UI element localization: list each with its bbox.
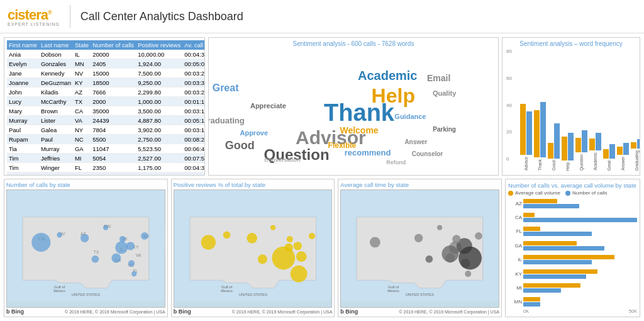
hbar-state-label: GA	[508, 243, 522, 249]
hbar-bars	[523, 297, 637, 307]
table-total-cell: 156765	[91, 172, 136, 176]
bar-pair	[631, 139, 640, 149]
wordcloud-word: Great	[213, 82, 239, 94]
col-calls: Number of calls	[91, 40, 136, 50]
table-cell: 5,523.50	[136, 144, 182, 154]
bar-label: Advisor	[524, 157, 528, 171]
table-cell: DeGuzman	[39, 78, 73, 87]
table-cell: Paul	[7, 125, 39, 135]
legend-label: Average call volume	[515, 190, 560, 196]
bar-yellow	[548, 143, 553, 159]
table-cell: Paul	[39, 135, 73, 144]
bar-blue	[582, 130, 587, 152]
bubble2-mi	[286, 236, 292, 242]
table-cell: 1,175.00	[136, 163, 182, 172]
table-cell: John	[7, 87, 39, 97]
hbar-bars	[523, 227, 637, 236]
sentiment-title: Sentiment analysis – word frequency	[505, 40, 637, 47]
hbar-yellow	[523, 283, 580, 288]
table-cell: MI	[73, 154, 91, 163]
bubble-tx	[92, 256, 99, 263]
table-cell: 11047	[91, 144, 136, 154]
bar-blue	[568, 133, 574, 160]
bar-blue	[540, 102, 546, 157]
table-cell: 7666	[91, 87, 136, 97]
bing-logo-3: b Bing	[340, 308, 358, 315]
bar-group: Advisor	[520, 104, 532, 171]
bubble3-nc2	[442, 245, 459, 262]
wordcloud-section: Sentiment analysis - 600 calls - 7628 wo…	[208, 37, 499, 176]
bubble3-tx	[426, 256, 433, 263]
table-cell: KY	[73, 78, 91, 87]
table-cell: Lucy	[7, 97, 39, 106]
us-outline	[23, 217, 149, 288]
table-cell: CA	[73, 106, 91, 116]
wordcloud-word: Guidance	[394, 113, 426, 120]
table-row: PaulGaleaNY78043,902.0000:03:15.002018Qt…	[7, 125, 205, 135]
wordcloud-word: Graduating	[208, 116, 245, 125]
bubble2-az	[247, 233, 257, 244]
table-cell: 00:01:13.00	[182, 97, 205, 106]
wordcloud-word: Parking	[433, 126, 456, 133]
map-positive-bg: UNITED STATES Gulf of Mexico	[174, 190, 332, 307]
table-cell: MN	[73, 59, 91, 69]
table-cell: Tim	[7, 154, 39, 163]
x-axis-labels: 0K 50K	[508, 308, 637, 314]
bar-group: Graduating	[631, 139, 640, 171]
table-cell: 35000	[91, 106, 136, 116]
bubble2-ky	[293, 242, 301, 250]
hbar-yellow	[523, 213, 535, 217]
wordcloud-word: Welcome	[340, 125, 378, 135]
bar-yellow	[575, 138, 581, 152]
hbar-row: MI	[523, 283, 637, 293]
table-cell: 00:04:33.00	[182, 50, 205, 59]
map-avgtime-bg: UNITED STATES Gulf of Mexico	[341, 190, 499, 307]
label-tx: TX	[94, 250, 99, 254]
table-total-cell: Total	[7, 172, 39, 176]
table-cell: 1,924.00	[136, 59, 182, 69]
map-label-mexico: Mexico	[53, 289, 65, 293]
table-total-row: Total15676556,239.10	[7, 172, 205, 176]
hbar-bars	[523, 213, 637, 222]
bar-pair	[562, 133, 574, 160]
table-row: AniaDobsonIL2000010,000.0000:04:33.00201…	[7, 50, 205, 59]
legend-dot	[508, 191, 513, 196]
bar-blue	[623, 143, 629, 155]
bing-logo-2: b Bing	[174, 308, 191, 315]
legend-label: Number of calls	[572, 190, 608, 196]
bar-chart-area: 806040200 AdvisorThankGoodHelpQuestionAc…	[505, 48, 637, 172]
bar-group: Answer	[617, 143, 629, 171]
chart-legend: Average call volumeNumber of calls	[508, 190, 637, 196]
table-row: EvelynGonzalesMN24051,924.0000:05:01.002…	[7, 59, 205, 69]
bar-group: Help	[562, 133, 574, 171]
map-avgtime-section: Average call time by state UNITED STATES…	[338, 179, 502, 317]
bubble3-ca	[370, 237, 380, 248]
table-cell: McCarthy	[39, 97, 73, 106]
data-table-section: First name Last name State Number of cal…	[4, 37, 205, 176]
hbar-row: IL	[523, 255, 637, 264]
hbar-yellow	[523, 227, 540, 231]
table-cell: 5054	[91, 154, 136, 163]
hbar-state-label: MI	[508, 285, 522, 291]
table-cell: Mary	[7, 106, 39, 116]
map-calls-bg: CA NV AZ MN TX MI	[7, 190, 165, 307]
hbar-row: KY	[523, 269, 637, 279]
hbar-row: AZ	[523, 199, 637, 208]
table-cell: Murray	[7, 116, 39, 125]
table-cell: FL	[73, 163, 91, 172]
top-row: First name Last name State Number of cal…	[4, 37, 640, 176]
legend-item: Average call volume	[508, 190, 560, 196]
hbar-row: GA	[523, 241, 637, 251]
table-cell: 3,500.00	[136, 106, 182, 116]
logo-divider	[70, 5, 70, 28]
table-total-cell: 56,239.10	[136, 172, 182, 176]
wordcloud-word: recommend	[345, 148, 391, 157]
bubble2-fl	[290, 266, 307, 283]
table-cell: Rupam	[7, 135, 39, 144]
table-cell: 00:04:38.00	[182, 163, 205, 172]
table-cell: 00:03:19.00	[182, 106, 205, 116]
table-cell: 10,000.00	[136, 50, 182, 59]
table-cell: 00:03:29.00	[182, 87, 205, 97]
col-calltime: Av. call time	[182, 40, 205, 50]
wordcloud-word: Good	[225, 138, 255, 152]
